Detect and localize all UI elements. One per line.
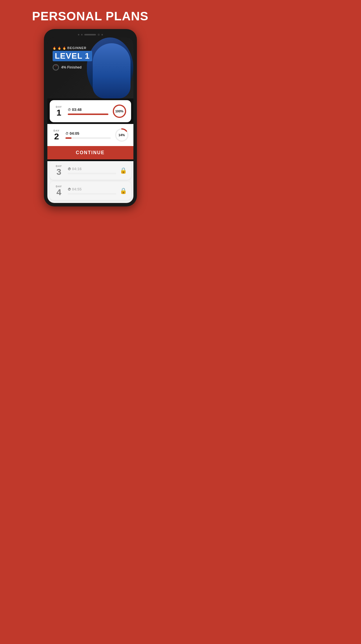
phone-shell: 🔥 🔥 🔥 BEGINNER LEVEL 1 4% Finished DAY (44, 29, 137, 206)
day1-number: 1 (56, 108, 61, 117)
day3-time: 04:16 (72, 167, 82, 171)
day1-circular-progress: 100% (112, 104, 127, 119)
hero-percent-text: 4% Finished (61, 65, 82, 69)
day2-info: ⏱ 04:05 (65, 131, 111, 139)
flame-icon-2: 🔥 (58, 46, 61, 50)
day4-card: DAY 4 ⏱ 04:55 🔒 (50, 181, 131, 200)
day1-progress-fill (68, 114, 108, 115)
day4-info: ⏱ 04:55 (68, 187, 116, 195)
hero-section: 🔥 🔥 🔥 BEGINNER LEVEL 1 4% Finished (47, 37, 133, 98)
day1-progress-bar (68, 114, 108, 115)
day1-number-group: DAY 1 (54, 105, 64, 117)
day3-card: DAY 3 ⏱ 04:16 🔒 (50, 161, 131, 180)
day1-clock-icon: ⏱ (68, 108, 71, 111)
day3-progress-bar (68, 173, 116, 174)
day2-circular-progress: 14% (114, 127, 129, 143)
hero-progress-row: 4% Finished (53, 64, 92, 71)
day1-info: ⏱ 03:48 (68, 107, 108, 115)
phone-dot-1 (78, 34, 79, 35)
day1-card[interactable]: DAY 1 ⏱ 03:48 1 (50, 100, 131, 122)
day4-progress-bar (68, 193, 116, 195)
day2-number-group: DAY 2 (51, 129, 62, 141)
day2-progress-label: 14% (114, 127, 129, 143)
phone-dot-2 (81, 34, 83, 35)
day2-card[interactable]: DAY 2 ⏱ 04:05 (47, 124, 133, 146)
day4-number-group: DAY 4 (54, 185, 64, 197)
day2-progress-fill (65, 137, 72, 139)
day1-time-row: ⏱ 03:48 (68, 107, 108, 112)
hero-text: 🔥 🔥 🔥 BEGINNER LEVEL 1 4% Finished (53, 46, 92, 71)
phone-speaker (84, 34, 96, 35)
day3-info: ⏱ 04:16 (68, 167, 116, 174)
day3-number: 3 (56, 168, 61, 176)
beginner-label: BEGINNER (67, 46, 87, 50)
hero-level-number: LEVEL 1 (53, 51, 92, 61)
day2-time-row: ⏱ 04:05 (65, 131, 111, 136)
day4-time-row: ⏱ 04:55 (68, 187, 116, 191)
phone-mockup: 🔥 🔥 🔥 BEGINNER LEVEL 1 4% Finished DAY (44, 29, 137, 206)
days-bottom: DAY 3 ⏱ 04:16 🔒 (47, 161, 133, 203)
phone-screen: 🔥 🔥 🔥 BEGINNER LEVEL 1 4% Finished DAY (47, 37, 133, 203)
day1-time: 03:48 (72, 107, 82, 112)
day2-clock-icon: ⏱ (65, 132, 69, 135)
hero-progress-circle (53, 64, 59, 71)
continue-button[interactable]: CONTINUE (47, 146, 133, 159)
day2-number: 2 (54, 132, 59, 141)
day4-time: 04:55 (72, 187, 82, 191)
flame-icon-1: 🔥 (53, 46, 56, 50)
page-title: PERSONAL PLANS (0, 0, 180, 29)
day1-progress-label: 100% (112, 104, 127, 119)
day3-lock-icon: 🔒 (120, 167, 127, 174)
day4-clock-icon: ⏱ (68, 188, 71, 191)
day2-wrapper: DAY 2 ⏱ 04:05 (47, 124, 133, 159)
hero-figure-body (93, 43, 131, 98)
flame-icon-3: 🔥 (62, 46, 66, 50)
day4-number: 4 (56, 188, 61, 197)
day4-lock-icon: 🔒 (120, 187, 127, 194)
day2-progress-bar (65, 137, 111, 139)
phone-camera (98, 34, 100, 36)
phone-dot-3 (101, 34, 103, 35)
phone-notch (47, 33, 133, 37)
day3-clock-icon: ⏱ (68, 167, 71, 171)
hero-level-label: 🔥 🔥 🔥 BEGINNER (53, 46, 92, 50)
day3-time-row: ⏱ 04:16 (68, 167, 116, 171)
day2-time: 04:05 (70, 131, 79, 136)
day3-number-group: DAY 3 (54, 165, 64, 176)
